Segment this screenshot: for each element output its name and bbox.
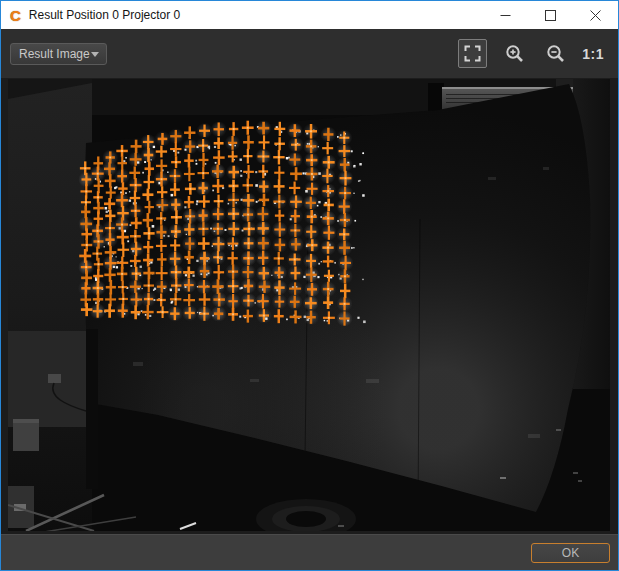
result-photo-canvas [8, 79, 610, 531]
fit-to-view-button[interactable] [458, 39, 487, 68]
image-type-value: Result Image [19, 47, 90, 61]
toolbar: Result Image 1:1 [1, 29, 618, 78]
zoom-out-icon [546, 44, 566, 64]
window-title: Result Position 0 Projector 0 [29, 8, 180, 22]
zoom-out-button[interactable] [543, 41, 569, 67]
minimize-icon [500, 10, 511, 21]
minimize-button[interactable] [483, 1, 528, 29]
image-viewport[interactable] [1, 78, 618, 534]
app-logo-icon: C [10, 8, 21, 23]
fit-to-view-icon [464, 45, 481, 62]
dialog-window: C Result Position 0 Projector 0 Result I… [0, 0, 619, 571]
actual-size-button[interactable]: 1:1 [582, 46, 604, 62]
chevron-down-icon [91, 52, 99, 57]
window-controls [483, 1, 618, 29]
maximize-icon [545, 10, 556, 21]
titlebar[interactable]: C Result Position 0 Projector 0 [1, 1, 618, 29]
close-icon [590, 10, 601, 21]
ok-button[interactable]: OK [531, 543, 610, 563]
close-button[interactable] [573, 1, 618, 29]
maximize-button[interactable] [528, 1, 573, 29]
footer-bar: OK [1, 534, 618, 570]
image-type-select[interactable]: Result Image [10, 43, 107, 65]
zoom-in-icon [505, 44, 525, 64]
zoom-in-button[interactable] [502, 41, 528, 67]
